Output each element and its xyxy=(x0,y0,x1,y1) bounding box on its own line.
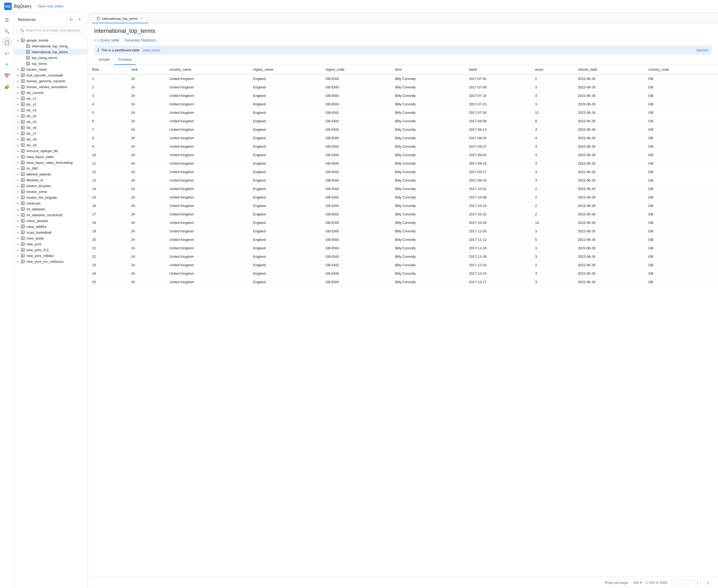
label-icon-button[interactable]: 🏷 xyxy=(2,48,12,59)
tree-item-medicare[interactable]: ▸medicare xyxy=(14,200,88,206)
active-tab[interactable]: international_top_terms × xyxy=(92,14,148,23)
cell-country_code: GB xyxy=(644,252,718,261)
cell-refresh_date: 2022-06-26 xyxy=(574,244,644,252)
cell-rank: 24 xyxy=(127,227,165,235)
generate-statistics-button[interactable]: Generate Statistics xyxy=(124,38,156,42)
last-page-button[interactable]: ⟩⟩ xyxy=(705,579,712,586)
tree-item-iowa_liquor_sales[interactable]: ▸iowa_liquor_sales xyxy=(14,154,88,160)
cell-rank: 24 xyxy=(127,261,165,269)
tree-item-human_variant_annotation[interactable]: ▸human_variant_annotation xyxy=(14,84,88,90)
tree-item-london_crime[interactable]: ▸london_crime xyxy=(14,189,88,194)
tree-item-idc_v3[interactable]: ▸idc_v3 xyxy=(14,107,88,113)
learn-more-link[interactable]: Learn more xyxy=(142,48,160,52)
next-page-button[interactable]: ⟩ xyxy=(694,579,700,586)
cell-score: 2 xyxy=(531,193,574,202)
svg-rect-148 xyxy=(21,254,24,257)
tree-item-idc_v6[interactable]: ▸idc_v6 xyxy=(14,125,88,130)
tree-item-ml_datasets[interactable]: ▸ml_datasets xyxy=(14,206,88,212)
tree-toggle: ▸ xyxy=(16,202,20,205)
first-page-button[interactable]: ⟨⟨ xyxy=(671,579,678,586)
tree-item-idc_v5[interactable]: ▸idc_v5 xyxy=(14,119,88,125)
tree-item-top_rising_terms[interactable]: top_rising_terms xyxy=(14,55,88,61)
tree-item-london_fire_brigade[interactable]: ▸london_fire_brigade xyxy=(14,194,88,200)
tree-item-idc_v9[interactable]: ▸idc_v9 xyxy=(14,142,88,148)
tree-item-new_york_citibike[interactable]: ▸new_york_citibike xyxy=(14,253,88,258)
col-header-Row: Row xyxy=(88,65,127,75)
tree-item-hacker_news[interactable]: ▸hacker_news xyxy=(14,66,88,72)
tree-item-label: human_genome_variants xyxy=(26,79,65,83)
tree-item-irs_990[interactable]: ▸irs_990 xyxy=(14,165,88,171)
tree-item-idc_v4[interactable]: ▸idc_v4 xyxy=(14,113,88,119)
calendar-icon-button[interactable]: 📅 xyxy=(2,70,12,81)
tree-item-idc_v2[interactable]: ▸idc_v2 xyxy=(14,101,88,107)
tree-item-hud_zipcode_crosswalk[interactable]: ▸hud_zipcode_crosswalk xyxy=(14,72,88,78)
svg-rect-40 xyxy=(21,97,24,100)
dismiss-button[interactable]: Dismiss xyxy=(697,48,709,52)
svg-rect-108 xyxy=(21,196,24,199)
tree-item-ncaa_basketball[interactable]: ▸ncaa_basketball xyxy=(14,229,88,235)
cell-refresh_date: 2022-06-26 xyxy=(574,108,644,117)
rows-per-page-select[interactable]: 100 ▾ xyxy=(633,581,642,585)
cell-rank: 24 xyxy=(127,168,165,176)
tree-item-international_top_rising[interactable]: international_top_rising_ xyxy=(14,43,88,49)
pin-icon-button[interactable]: 📋 xyxy=(2,37,12,48)
tree-item-london_bicycles[interactable]: ▸london_bicycles xyxy=(14,183,88,189)
cell-country_code: GB xyxy=(644,210,718,218)
cell-Row: 19 xyxy=(88,227,127,235)
table-row: 2524United KingdomEnglandGB-ENGBilly Con… xyxy=(88,278,718,286)
tree-item-iowa_liquor_sales_forecasting[interactable]: ▸iowa_liquor_sales_forecasting xyxy=(14,160,88,165)
tree-item-top_terms[interactable]: top_terms xyxy=(14,61,88,66)
tree-item-idc_current[interactable]: ▸idc_current xyxy=(14,90,88,96)
table-wrapper[interactable]: Rowrankcountry_nameregion_nameregion_cod… xyxy=(88,65,718,576)
cell-week: 2017-12-10 xyxy=(465,269,531,278)
tree-toggle: ▸ xyxy=(16,126,20,129)
puzzle-icon-button[interactable]: 🧩 xyxy=(2,82,12,92)
tree-item-idc_v7[interactable]: ▸idc_v7 xyxy=(14,130,88,136)
cell-Row: 25 xyxy=(88,278,127,286)
tree-item-new_york_mv_collisions[interactable]: ▸new_york_mv_collisions xyxy=(14,258,88,264)
menu-icon-button[interactable]: ☰ xyxy=(2,15,12,25)
cell-week: 2017-08-27 xyxy=(465,142,531,151)
tree-item-ml_datasets_uscentral1[interactable]: ▸ml_datasets_uscentral1 xyxy=(14,212,88,218)
add-resource-button[interactable]: + xyxy=(76,16,83,23)
cell-region_name: England xyxy=(249,91,322,100)
db-icon xyxy=(26,56,30,60)
tree-item-idc_v8[interactable]: ▸idc_v8 xyxy=(14,136,88,142)
col-header-country_name: country_name xyxy=(165,65,249,75)
tab-details[interactable]: Details xyxy=(94,55,114,65)
tree-item-labeled_patents[interactable]: ▸labeled_patents xyxy=(14,171,88,177)
search-box[interactable]: 🔍 Search for your tables and datasets xyxy=(17,26,84,34)
cell-country_code: GB xyxy=(644,185,718,193)
prev-page-button[interactable]: ⟨ xyxy=(682,579,690,586)
cell-week: 2017-08-06 xyxy=(465,117,531,125)
tree-item-immune_epitope_db[interactable]: ▸immune_epitope_db xyxy=(14,148,88,154)
cell-Row: 17 xyxy=(88,210,127,218)
tree-item-nasa_wildfire[interactable]: ▸nasa_wildfire xyxy=(14,224,88,229)
tree-item-idc_v1[interactable]: ▸idc_v1 xyxy=(14,96,88,101)
tab-preview[interactable]: Preview xyxy=(114,55,136,65)
cell-region_code: GB-ENG xyxy=(322,235,391,244)
cell-week: 2017-07-30 xyxy=(465,108,531,117)
search-icon-button[interactable]: 🔍 xyxy=(2,26,12,37)
cell-Row: 11 xyxy=(88,159,127,168)
open-sql-editor-button[interactable]: Open SQL editor xyxy=(38,4,64,8)
tree-item-new_york[interactable]: ▸new_york xyxy=(14,241,88,247)
tree-item-international_top_terms[interactable]: international_top_terms xyxy=(14,49,88,55)
cell-region_code: GB-ENG xyxy=(322,210,391,218)
query-table-button[interactable]: Query table xyxy=(94,38,119,42)
list-icon-button[interactable]: ≡ xyxy=(2,59,12,70)
refresh-button[interactable]: ↻ xyxy=(67,16,75,23)
tree-item-nces_ipeds[interactable]: ▸nces_ipeds xyxy=(14,235,88,241)
cell-refresh_date: 2022-06-26 xyxy=(574,193,644,202)
tree-item-moon_phases[interactable]: ▸moon_phases xyxy=(14,218,88,224)
tree-item-google_trends[interactable]: ▾google_trends xyxy=(14,37,88,43)
tree-item-label: top_terms xyxy=(32,62,47,66)
cell-region_name: England xyxy=(249,210,322,218)
cell-rank: 24 xyxy=(127,210,165,218)
tree-item-human_genome_variants[interactable]: ▸human_genome_variants xyxy=(14,78,88,84)
cell-score: 3 xyxy=(531,100,574,108)
tab-close-button[interactable]: × xyxy=(140,16,144,21)
tree-item-new_york_311[interactable]: ▸new_york_311 xyxy=(14,247,88,253)
cell-country_name: United Kingdom xyxy=(165,151,249,159)
tree-item-libraries_io[interactable]: ▸libraries_io xyxy=(14,177,88,183)
